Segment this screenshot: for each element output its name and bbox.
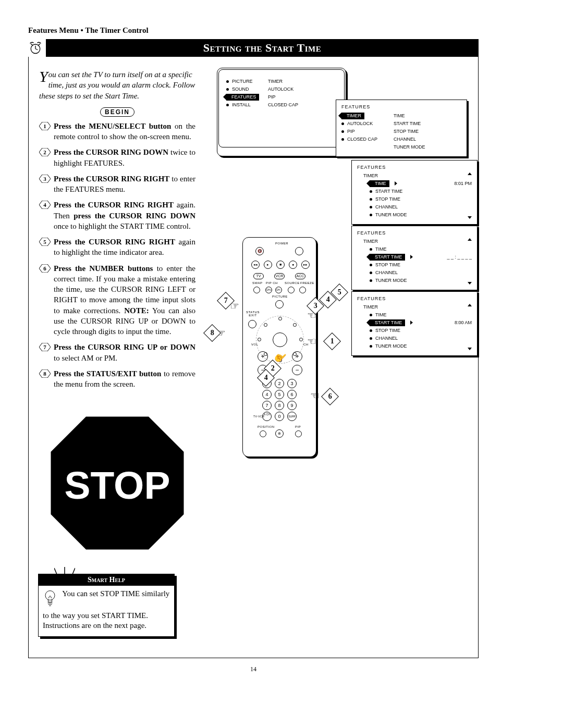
power-button [295, 247, 303, 255]
page-title: Setting the Start Time [46, 39, 479, 57]
surf-button: SURF [287, 412, 297, 421]
svg-text:6: 6 [43, 265, 46, 272]
alarm-clock-icon [28, 41, 43, 55]
step-4: 4 Press the CURSOR RING RIGHT again. The… [54, 200, 195, 231]
svg-text:8: 8 [43, 371, 46, 377]
diagram-column: PICTURE SOUND FEATURES INSTALL TIMER AUT… [208, 69, 468, 637]
intro-text: You can set the TV to turn itself on at … [39, 69, 195, 101]
content-frame: You can set the TV to turn itself on at … [28, 57, 479, 658]
step-number-1: 1 [39, 121, 51, 132]
mute-button: 🔇 [255, 247, 264, 255]
tv-menu-col-b: TIMER AUTOLOCK PIP CLOSED CAP [268, 77, 315, 109]
acc-button: ACC [295, 273, 305, 279]
tv-screen-panel: PICTURE SOUND FEATURES INSTALL TIMER AUT… [218, 69, 345, 147]
panel-timer-1: FEATURES TIMER TIME8:01 PM START TIME ST… [351, 160, 478, 225]
pointer-hand-icon: ☜ [307, 335, 316, 348]
step-2: 2 Press the CURSOR RING DOWN twice to hi… [54, 147, 195, 168]
stop-icon: STOP [39, 554, 195, 563]
step-3: 3 Press the CURSOR RING RIGHT to enter t… [54, 174, 195, 195]
breadcrumb: Features Menu • The Timer Control [28, 26, 479, 35]
arrow-up-icon [468, 172, 472, 175]
vcr-button: VCR [274, 273, 285, 279]
svg-text:5: 5 [43, 239, 46, 245]
callout-6: 6 [321, 388, 339, 405]
tv-menu-col-a: PICTURE SOUND FEATURES INSTALL [226, 77, 268, 109]
ffwd-button: ▸▸ [301, 261, 310, 269]
tv-button: TV [253, 273, 264, 279]
step-1: 1 Press the MENU/SELECT button on the re… [54, 121, 195, 142]
rewind-button: ◂◂ [251, 261, 260, 269]
svg-text:2: 2 [43, 149, 46, 155]
panel-timer-3: FEATURES TIMER TIME START TIME8:00 AM ST… [351, 291, 478, 356]
arrow-right-icon [395, 181, 397, 186]
title-bar: Setting the Start Time [28, 39, 479, 57]
selected-features: FEATURES [226, 94, 259, 101]
lightbulb-icon [43, 589, 60, 611]
svg-text:4: 4 [43, 202, 46, 208]
panel-timer-2: FEATURES TIMER TIME START TIME_ _ : _ _ … [351, 226, 478, 290]
step-6: 6 Press the NUMBER buttons to enter the … [54, 263, 195, 337]
play-button: ▸ [264, 261, 272, 269]
stop-button: ■ [276, 261, 285, 269]
menu-select-button [273, 332, 287, 347]
svg-text:7: 7 [43, 344, 46, 350]
step-7: 7 Press the CURSOR RING UP or DOWN to se… [54, 342, 195, 363]
record-button: ● [289, 261, 297, 269]
svg-text:3: 3 [43, 176, 46, 182]
light-rays-icon [54, 567, 75, 575]
remote-control: POWER 🔇 ◂◂ ▸ ■ ● ▸▸ TV VCR ACC SWAP PIP … [242, 237, 316, 457]
svg-text:STOP: STOP [65, 463, 170, 507]
smart-help-box: Smart Help You can set STOP TIME similar… [38, 574, 175, 637]
arrow-down-icon [468, 216, 472, 219]
step-8: 8 Press the STATUS/EXIT button to remove… [54, 368, 195, 390]
smart-help-body: You can set STOP TIME similarly to the w… [43, 589, 169, 630]
dropcap: Y [39, 69, 48, 83]
svg-line-2 [35, 49, 38, 50]
status-exit-button [248, 320, 256, 328]
svg-point-26 [45, 591, 55, 600]
begin-marker: BEGIN [100, 107, 134, 117]
instructions-column: You can set the TV to turn itself on at … [39, 69, 195, 637]
svg-text:1: 1 [43, 123, 46, 129]
pointer-hand-icon: ☜ [310, 389, 320, 402]
panel-features: FEATURES TIMER AUTOLOCK PIP CLOSED CAP T… [336, 100, 467, 157]
svg-line-25 [72, 568, 75, 574]
callout-1: 1 [323, 332, 341, 350]
svg-line-23 [54, 568, 57, 574]
svg-line-3 [31, 44, 33, 45]
svg-line-4 [38, 44, 40, 45]
page-number: 14 [28, 665, 479, 673]
smart-help-title: Smart Help [39, 574, 174, 586]
step-5: 5 Press the CURSOR RING RIGHT again to h… [54, 237, 195, 258]
